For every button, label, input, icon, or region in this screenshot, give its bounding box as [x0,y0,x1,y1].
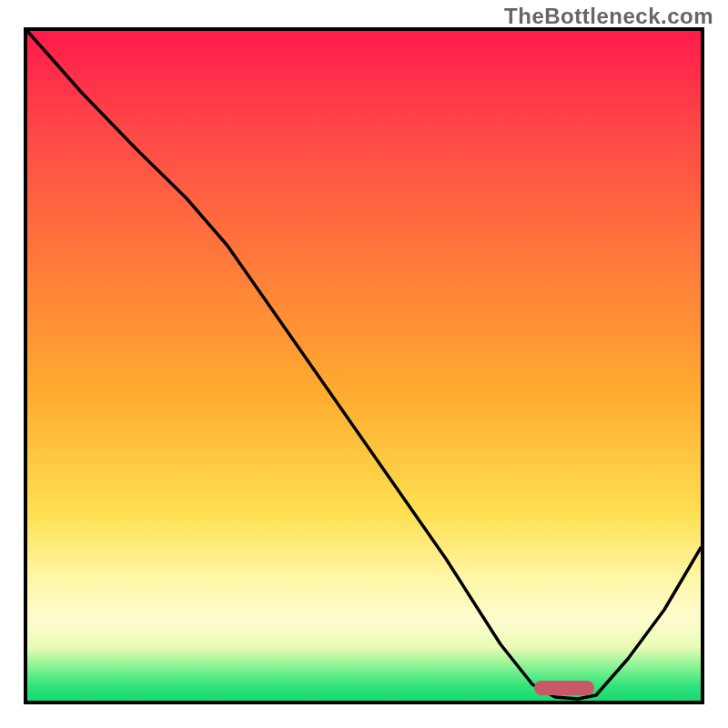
chart-frame [24,27,704,704]
bottleneck-curve [27,31,701,701]
chart-container: TheBottleneck.com [0,0,728,728]
optimal-range-marker [534,681,594,695]
curve-path [27,31,701,699]
attribution-text: TheBottleneck.com [504,4,713,29]
